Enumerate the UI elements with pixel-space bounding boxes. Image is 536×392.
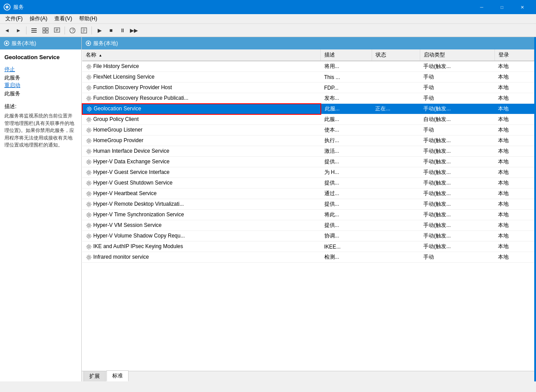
table-row[interactable]: Infrared monitor service 检测... 手动 本地 [82, 252, 534, 263]
table-row[interactable]: Hyper-V VM Session Service 提供... 手动(触发..… [82, 220, 534, 231]
cell-startup: 手动 [420, 125, 494, 136]
view-button[interactable] [29, 26, 39, 35]
col-login[interactable]: 登录 [494, 49, 534, 61]
cell-desc: 为 H... [321, 167, 372, 178]
maximize-button[interactable]: □ [492, 0, 512, 14]
table-row[interactable]: Hyper-V Guest Shutdown Service 提供... 手动(… [82, 178, 534, 188]
menu-bar: 文件(F)操作(A)查看(V)帮助(H) [0, 14, 536, 24]
cell-startup: 手动(触发... [420, 210, 494, 220]
cell-desc: IKEE... [321, 241, 372, 252]
help-button[interactable]: ? [67, 26, 78, 35]
content-pane: 服务(本地) 名称 ▲ 描述 状态 启动类型 登录 File Hist [82, 37, 534, 381]
back-button[interactable]: ◄ [2, 26, 12, 35]
table-row[interactable]: Hyper-V Heartbeat Service 通过... 手动(触发...… [82, 188, 534, 199]
close-button[interactable]: ✕ [512, 0, 532, 14]
svg-point-41 [88, 161, 90, 163]
svg-point-37 [88, 140, 90, 142]
cell-status: 正在... [372, 104, 420, 114]
menu-item-操作(A)[interactable]: 操作(A) [26, 14, 51, 23]
forward-button[interactable]: ► [13, 26, 24, 35]
window-controls: ─ □ ✕ [471, 0, 532, 14]
properties-button[interactable] [79, 26, 89, 35]
table-row[interactable]: Hyper-V Data Exchange Service 提供... 手动(触… [82, 157, 534, 167]
stop-suffix: 此服务 [4, 75, 20, 81]
stop-service-link[interactable]: 停止 [4, 66, 77, 73]
minimize-button[interactable]: ─ [471, 0, 492, 14]
tab-扩展[interactable]: 扩展 [84, 371, 106, 381]
toolbar-separator-1 [26, 26, 27, 34]
cell-startup: 手动 [420, 83, 494, 93]
gear-icon [86, 74, 92, 80]
table-row[interactable]: Geolocation Service 此服... 正在... 手动(触发...… [82, 104, 534, 114]
cell-desc: 执行... [321, 136, 372, 146]
table-row[interactable]: IKE and AuthIP IPsec Keying Modules IKEE… [82, 241, 534, 252]
sidebar: 服务(本地) Geolocation Service 停止此服务 重启动此服务 … [0, 37, 82, 381]
svg-rect-5 [43, 28, 45, 30]
cell-status [372, 146, 420, 157]
col-status[interactable]: 状态 [372, 49, 420, 61]
table-row[interactable]: HomeGroup Listener 使本... 手动 本地 [82, 125, 534, 136]
cell-startup: 手动(触发... [420, 104, 494, 114]
svg-point-55 [88, 235, 90, 237]
svg-rect-7 [43, 31, 45, 33]
table-row[interactable]: Function Discovery Resource Publicati...… [82, 93, 534, 104]
pause-button[interactable]: ⏸ [117, 26, 128, 35]
export-button[interactable] [52, 26, 62, 35]
cell-login: 本地 [494, 157, 534, 167]
cell-name: Human Interface Device Service [82, 146, 321, 157]
table-row[interactable]: File History Service 将用... 手动(触发... 本地 [82, 61, 534, 72]
table-row[interactable]: Hyper-V Remote Desktop Virtualizati... 提… [82, 199, 534, 210]
play-button[interactable]: ▶ [94, 26, 105, 35]
svg-point-20 [6, 42, 8, 44]
svg-point-59 [88, 256, 90, 258]
gear-icon [86, 191, 92, 197]
cell-startup: 手动(触发... [420, 220, 494, 231]
menu-item-文件(F)[interactable]: 文件(F) [2, 14, 26, 23]
gear-icon [86, 180, 92, 186]
table-row[interactable]: Hyper-V Time Synchronization Service 将此.… [82, 210, 534, 220]
gear-icon [86, 170, 92, 176]
tab-标准[interactable]: 标准 [106, 370, 129, 381]
cell-startup: 手动 [420, 93, 494, 104]
cell-desc: 使本... [321, 125, 372, 136]
cell-startup: 手动(触发... [420, 146, 494, 157]
cell-name: Hyper-V VM Session Service [82, 220, 321, 231]
cell-startup: 手动(触发... [420, 157, 494, 167]
table-row[interactable]: Hyper-V Guest Service Interface 为 H... 手… [82, 167, 534, 178]
cell-startup: 手动(触发... [420, 167, 494, 178]
cell-desc: 提供... [321, 220, 372, 231]
up-button[interactable] [40, 26, 51, 35]
menu-item-帮助(H)[interactable]: 帮助(H) [76, 14, 101, 23]
cell-login: 本地 [494, 125, 534, 136]
table-row[interactable]: Hyper-V Volume Shadow Copy Requ... 协调...… [82, 231, 534, 241]
svg-rect-2 [31, 28, 37, 29]
title-bar: 服务 ─ □ ✕ [0, 0, 536, 14]
content-header-title: 服务(本地) [93, 40, 118, 47]
table-header-row: 名称 ▲ 描述 状态 启动类型 登录 [82, 49, 534, 61]
table-row[interactable]: Function Discovery Provider Host FDP... … [82, 83, 534, 93]
cell-desc: 协调... [321, 231, 372, 241]
table-row[interactable]: Group Policy Client 此服... 自动(触发... 本地 [82, 114, 534, 125]
table-row[interactable]: FlexNet Licensing Service This ... 手动 本地 [82, 72, 534, 83]
sidebar-links: 停止此服务 重启动此服务 [4, 66, 77, 98]
services-table[interactable]: 名称 ▲ 描述 状态 启动类型 登录 File History Service … [82, 49, 534, 371]
sidebar-desc-label: 描述: [4, 103, 77, 110]
restart-button[interactable]: ▶▶ [129, 26, 139, 35]
restart-service-link[interactable]: 重启动 [4, 82, 77, 89]
menu-item-查看(V)[interactable]: 查看(V) [51, 14, 76, 23]
table-row[interactable]: HomeGroup Provider 执行... 手动(触发... 本地 [82, 136, 534, 146]
cell-name: Hyper-V Data Exchange Service [82, 157, 321, 167]
cell-status [372, 231, 420, 241]
cell-startup: 手动 [420, 72, 494, 83]
cell-desc: 激活... [321, 146, 372, 157]
cell-status [372, 178, 420, 188]
col-desc[interactable]: 描述 [321, 49, 372, 61]
cell-login: 本地 [494, 114, 534, 125]
stop-button[interactable]: ■ [106, 26, 116, 35]
svg-point-22 [87, 42, 89, 44]
col-name[interactable]: 名称 ▲ [82, 49, 321, 61]
cell-login: 本地 [494, 72, 534, 83]
cell-name: Geolocation Service [82, 104, 321, 114]
table-row[interactable]: Human Interface Device Service 激活... 手动(… [82, 146, 534, 157]
col-startup[interactable]: 启动类型 [420, 49, 494, 61]
